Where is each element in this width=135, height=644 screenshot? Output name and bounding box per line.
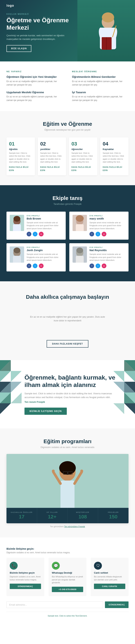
contact-card-2-desc: Bizi WhatsApp'ta ekliyoruz ve şimdi parc…	[52, 575, 83, 584]
team-name-2: mary smith	[89, 217, 125, 220]
features-col2: MESLEKİ ÖĞRENME Öğretmenlerin Bilmesi Ge…	[72, 70, 128, 102]
stat-item-3: MÜŞTERİLER 108	[68, 508, 98, 523]
edu-card-1-number: 01	[9, 141, 32, 147]
feature-item-4: İyi Tasarım En az ve en az maliyetle eği…	[72, 90, 128, 102]
contact-card-3-desc: Biz zamanda irtibata elegiyecek için dam…	[94, 575, 125, 581]
edu-card-1-link[interactable]: DAHA FAZLA BİLGİ EDİN	[9, 166, 29, 171]
email-input[interactable]	[7, 602, 103, 608]
svg-point-19	[14, 248, 20, 253]
contact-card-3-title: Canlı sohbet	[94, 572, 125, 574]
social-ig-3[interactable]: in	[39, 264, 44, 268]
stat-label-4: PROJELER	[100, 512, 127, 513]
social-fb-3[interactable]: f	[27, 264, 31, 268]
contact-icon-1: 📞	[10, 562, 18, 570]
svg-point-2	[102, 12, 114, 22]
team-name-1: Bob Brown	[27, 217, 62, 220]
footer-text: Sample text. Click to select the Text El…	[48, 615, 87, 617]
edu-card-2-number: 02	[40, 141, 64, 147]
social-ig-4[interactable]: in	[102, 264, 106, 268]
social-fb-2[interactable]: f	[89, 232, 94, 236]
feature-item-2: Öğretmenlerin Bilmesi Gerekenler En az v…	[72, 75, 128, 86]
features-grid: NE YAPARIZ Öğretmen Öğrenimi için Yeni S…	[7, 70, 128, 102]
footer-note: Sample text. Click to select the Text El…	[7, 612, 128, 617]
team-info-4: ÜYE PROFİLİ Nat Reynolds Sample amet min…	[89, 246, 125, 268]
feature-2-title: Öğretmenlerin Bilmesi Gerekenler	[72, 75, 128, 79]
inspire-cta-button[interactable]: BİZİMLİE İLETİŞİME GEÇİN	[25, 408, 67, 415]
hero-title: Öğretme ve Öğrenme Merkezi	[7, 16, 69, 31]
contact-card-1-desc: Dignissim sodales ut eu sem. Amet luctus…	[10, 575, 41, 581]
logo: logo	[7, 4, 14, 8]
contact-submit-button[interactable]: GÖNDERMEKç	[105, 602, 128, 608]
edu-card-3-title: öğrenciler	[71, 148, 95, 150]
feature-4-title: İyi Tasarım	[72, 90, 128, 94]
edu-card-3-number: 03	[71, 141, 95, 147]
social-ig-2[interactable]: in	[102, 232, 106, 236]
hero-section: logo ☰ KOÇLUK MERKEZİ Öğretme ve Öğrenme…	[0, 0, 135, 62]
edu-card-1-desc: Sample text. Click to select the text bo…	[9, 152, 32, 164]
work-cta-button[interactable]: DAHA FAZLASINI KEŞFET	[47, 340, 88, 348]
team-avatar-1	[10, 215, 24, 231]
team-desc-1: Sample amet minst molestie arte at fring…	[27, 221, 62, 230]
edu-card-1-title: öğretim	[9, 148, 32, 150]
stat-item-2: XP YILLARI 12+	[37, 508, 68, 523]
programs-container: KAZANILAN ÖDÜLLER 17 XP YILLARI 12+ MÜŞT…	[7, 454, 128, 523]
team-social-2: f t in	[89, 232, 125, 236]
social-tw-3[interactable]: t	[33, 264, 37, 268]
svg-point-15	[76, 215, 84, 222]
features-col1: NE YAPARIZ Öğretmen Öğrenimi için Yeni S…	[7, 70, 63, 102]
contact-btn-3[interactable]: CANLI GRAFİK	[94, 584, 125, 589]
programs-image	[7, 454, 128, 508]
contact-btn-1[interactable]: DÖNDERMEKç	[10, 584, 41, 589]
team-section: Ekiple tanış Tarafından görüntü Freepik …	[0, 185, 135, 281]
contact-icon-2: 💬	[52, 562, 60, 570]
stat-value-2: 12+	[39, 514, 66, 520]
team-role-1: ÜYE PROFİLİ	[27, 215, 62, 217]
contact-desc: Dignissim sodales ut eu sem. Amet luctus…	[7, 551, 128, 554]
edu-card-3-link[interactable]: DAHA FAZLA BİLGİ EDİN	[71, 166, 91, 171]
team-card-1: ÜYE PROFİLİ Bob Brown Sample amet minst …	[7, 212, 66, 240]
hero-person-svg	[77, 8, 135, 62]
social-ig-1[interactable]: in	[39, 232, 44, 236]
work-title: Daha akıllıca çalışmaya başlayın	[7, 294, 128, 300]
stat-item-1: KAZANILAN ÖDÜLLER 17	[7, 508, 37, 523]
col1-title: NE YAPARIZ	[7, 70, 63, 72]
education-title: Eğitim ve Öğrenme	[7, 121, 128, 127]
edu-card-4: 04 Kaynaklar Sample text. Click to selec…	[100, 138, 129, 175]
team-card-2: ÜYE PROFİLİ mary smith Sample amet minst…	[69, 212, 128, 240]
edu-card-4-link[interactable]: DAHA FAZLA BİLGİ EDİN	[103, 166, 122, 171]
team-role-3: ÜYE PROFİLİ	[27, 246, 62, 248]
team-avatar-3	[10, 246, 24, 263]
work-desc: En az ve en az maliyetle eğitimi her gün…	[23, 302, 112, 335]
stat-value-4: 150	[100, 514, 127, 520]
programs-link-text[interactable]: Ten görüntülem Freepik	[64, 526, 85, 528]
education-cards: 01 öğretim Sample text. Click to select …	[7, 138, 128, 175]
social-tw-1[interactable]: t	[33, 232, 37, 236]
hero-image	[77, 0, 135, 62]
inspire-link[interactable]: Ten rezum Freepik	[25, 400, 123, 403]
inspire-content: Öğrenmek, bağlantı kurmak, ve ilham alma…	[7, 374, 128, 415]
edu-card-2-link[interactable]: DAHA FAZLA BİLGİ EDİN	[40, 166, 60, 171]
team-info-1: ÜYE PROFİLİ Bob Brown Sample amet minst …	[27, 215, 62, 236]
edu-card-3: 03 öğrenciler Sample text. Click to sele…	[69, 138, 97, 175]
svg-rect-53	[60, 480, 75, 508]
team-avatar-1-svg	[10, 215, 24, 231]
programs-title: Eğitim programları	[7, 438, 128, 444]
team-social-4: f t in	[89, 264, 125, 268]
stat-label-1: KAZANILAN ÖDÜLLER	[8, 512, 35, 513]
team-avatar-2	[73, 215, 87, 231]
social-tw-4[interactable]: t	[96, 264, 100, 268]
edu-card-1: 01 öğretim Sample text. Click to select …	[7, 138, 35, 175]
stat-label-2: XP YILLARI	[39, 512, 66, 513]
programs-link: Ten görüntülem Ten görüntülem Freepik	[7, 526, 128, 528]
programs-person-svg	[7, 454, 128, 508]
social-fb-4[interactable]: f	[89, 264, 94, 268]
social-tw-2[interactable]: t	[96, 232, 100, 236]
contact-card-2-title: Whatsapp Desteği	[52, 572, 83, 574]
team-avatar-3-svg	[10, 246, 24, 263]
chat-icon: 🗨	[96, 564, 100, 568]
contact-btn-2[interactable]: +3-348-678-89609	[52, 587, 83, 592]
social-fb-1[interactable]: f	[27, 232, 31, 236]
hero-cta-button[interactable]: BİZE ULAŞIN	[7, 45, 31, 52]
contact-grid: 📞 Bizimle iletişime geçin Dignissim soda…	[7, 558, 128, 596]
stat-label-3: MÜŞTERİLER	[69, 512, 96, 513]
